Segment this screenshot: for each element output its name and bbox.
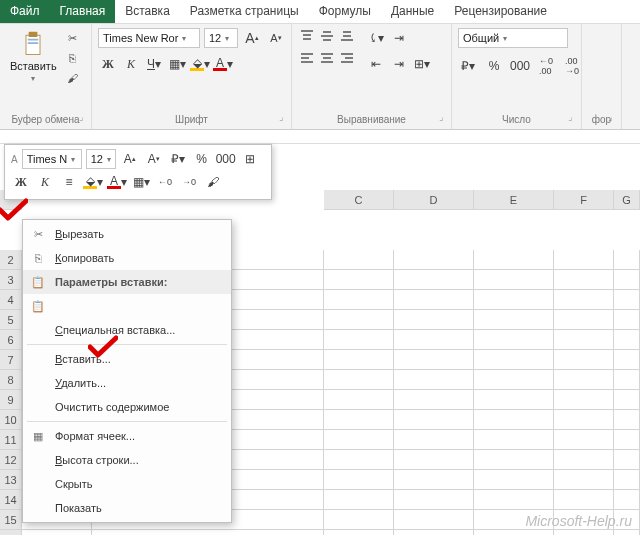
col-header-d[interactable]: D bbox=[394, 190, 474, 210]
cell-empty[interactable] bbox=[474, 370, 554, 390]
row-header-13[interactable]: 13 bbox=[0, 470, 22, 490]
decrease-decimal-button[interactable]: .00→0 bbox=[562, 56, 582, 76]
mini-dec-dec[interactable]: →0 bbox=[179, 172, 199, 192]
copy-icon[interactable]: ⎘ bbox=[65, 50, 81, 66]
cell-empty[interactable] bbox=[474, 450, 554, 470]
row-header-5[interactable]: 5 bbox=[0, 310, 22, 330]
cell-empty[interactable] bbox=[474, 530, 554, 535]
cell-empty[interactable] bbox=[324, 410, 394, 430]
ctx-insert[interactable]: Вставить... bbox=[23, 347, 231, 371]
font-select[interactable]: Times New Ror▾ bbox=[98, 28, 200, 48]
cell-empty[interactable] bbox=[474, 250, 554, 270]
cell-empty[interactable] bbox=[554, 290, 614, 310]
cell-empty[interactable] bbox=[394, 530, 474, 535]
cut-icon[interactable]: ✂ bbox=[65, 30, 81, 46]
cell-empty[interactable] bbox=[554, 410, 614, 430]
cell-empty[interactable] bbox=[394, 370, 474, 390]
ctx-delete[interactable]: Удалить... bbox=[23, 371, 231, 395]
mini-merge[interactable]: ⊞ bbox=[240, 149, 260, 169]
align-bottom-button[interactable] bbox=[338, 28, 356, 44]
tab-formulas[interactable]: Формулы bbox=[309, 0, 381, 23]
cell-empty[interactable] bbox=[394, 430, 474, 450]
cell-empty[interactable] bbox=[554, 530, 614, 535]
cell-empty[interactable] bbox=[394, 470, 474, 490]
cell-empty[interactable] bbox=[324, 390, 394, 410]
row-header-16[interactable]: 16 bbox=[0, 530, 22, 535]
col-header-g[interactable]: G bbox=[614, 190, 640, 210]
cell-empty[interactable] bbox=[474, 290, 554, 310]
cell-empty[interactable] bbox=[614, 530, 640, 535]
cell-empty[interactable] bbox=[474, 390, 554, 410]
mini-font-size[interactable]: 12▾ bbox=[86, 149, 116, 169]
ctx-row-height[interactable]: Высота строки... bbox=[23, 448, 231, 472]
cell-empty[interactable] bbox=[324, 290, 394, 310]
cell-empty[interactable] bbox=[474, 310, 554, 330]
mini-dec-inc[interactable]: ←0 bbox=[155, 172, 175, 192]
ctx-clear[interactable]: Очистить содержимое bbox=[23, 395, 231, 419]
cell-empty[interactable] bbox=[324, 330, 394, 350]
percent-button[interactable]: % bbox=[484, 56, 504, 76]
underline-button[interactable]: Ч▾ bbox=[144, 54, 164, 74]
row-header-4[interactable]: 4 bbox=[0, 290, 22, 310]
cell-empty[interactable] bbox=[324, 530, 394, 535]
mini-shrink-font[interactable]: A▾ bbox=[144, 149, 164, 169]
tab-review[interactable]: Рецензирование bbox=[444, 0, 557, 23]
cell-empty[interactable] bbox=[554, 330, 614, 350]
ctx-special-paste[interactable]: Специальная вставка... bbox=[23, 318, 231, 342]
cell-empty[interactable] bbox=[394, 450, 474, 470]
mini-italic[interactable]: К bbox=[35, 172, 55, 192]
mini-bold[interactable]: Ж bbox=[11, 172, 31, 192]
increase-indent-button[interactable]: ⇥ bbox=[389, 54, 409, 74]
align-top-button[interactable] bbox=[298, 28, 316, 44]
fill-color-button[interactable]: ⬙▾ bbox=[190, 54, 210, 74]
ctx-format-cells[interactable]: ▦Формат ячеек... bbox=[23, 424, 231, 448]
borders-button[interactable]: ▦▾ bbox=[167, 54, 187, 74]
italic-button[interactable]: К bbox=[121, 54, 141, 74]
ctx-hide[interactable]: Скрыть bbox=[23, 472, 231, 496]
row-header-11[interactable]: 11 bbox=[0, 430, 22, 450]
mini-grow-font[interactable]: A▴ bbox=[120, 149, 140, 169]
cell-empty[interactable] bbox=[324, 450, 394, 470]
mini-format-painter[interactable]: 🖌 bbox=[203, 172, 223, 192]
cell-empty[interactable] bbox=[474, 430, 554, 450]
tab-data[interactable]: Данные bbox=[381, 0, 444, 23]
cell-empty[interactable] bbox=[324, 250, 394, 270]
cell-empty[interactable] bbox=[554, 350, 614, 370]
cell-empty[interactable] bbox=[394, 250, 474, 270]
mini-comma[interactable]: 000 bbox=[216, 149, 236, 169]
cell-empty[interactable] bbox=[554, 370, 614, 390]
row-header-8[interactable]: 8 bbox=[0, 370, 22, 390]
paste-button[interactable]: Вставить ▾ bbox=[6, 28, 61, 85]
align-right-button[interactable] bbox=[338, 50, 356, 66]
format-painter-icon[interactable]: 🖌 bbox=[65, 70, 81, 86]
grow-font-button[interactable]: A▴ bbox=[242, 28, 262, 48]
row-header-12[interactable]: 12 bbox=[0, 450, 22, 470]
align-left-button[interactable] bbox=[298, 50, 316, 66]
cell-empty[interactable] bbox=[614, 350, 640, 370]
mini-font-select[interactable]: Times N▾ bbox=[22, 149, 82, 169]
cell-empty[interactable] bbox=[394, 330, 474, 350]
col-header-f[interactable]: F bbox=[554, 190, 614, 210]
cell-empty[interactable] bbox=[614, 430, 640, 450]
cell-empty[interactable] bbox=[614, 490, 640, 510]
cell-empty[interactable] bbox=[614, 330, 640, 350]
col-header-c[interactable]: C bbox=[324, 190, 394, 210]
col-header-e[interactable]: E bbox=[474, 190, 554, 210]
cell-empty[interactable] bbox=[554, 270, 614, 290]
cell-empty[interactable] bbox=[614, 290, 640, 310]
tab-page-layout[interactable]: Разметка страницы bbox=[180, 0, 309, 23]
mini-fill[interactable]: ⬙▾ bbox=[83, 172, 103, 192]
cell-empty[interactable] bbox=[92, 530, 324, 535]
cell-empty[interactable] bbox=[394, 350, 474, 370]
mini-font-color[interactable]: A▾ bbox=[107, 172, 127, 192]
cell-empty[interactable] bbox=[324, 310, 394, 330]
align-middle-button[interactable] bbox=[318, 28, 336, 44]
orientation-button[interactable]: ⤹▾ bbox=[366, 28, 386, 48]
row-header-10[interactable]: 10 bbox=[0, 410, 22, 430]
wrap-text-button[interactable]: ⇥ bbox=[389, 28, 409, 48]
cell-empty[interactable] bbox=[474, 490, 554, 510]
row-header-15[interactable]: 15 bbox=[0, 510, 22, 530]
cell-empty[interactable] bbox=[614, 450, 640, 470]
cell-empty[interactable] bbox=[324, 370, 394, 390]
cell-empty[interactable] bbox=[394, 290, 474, 310]
